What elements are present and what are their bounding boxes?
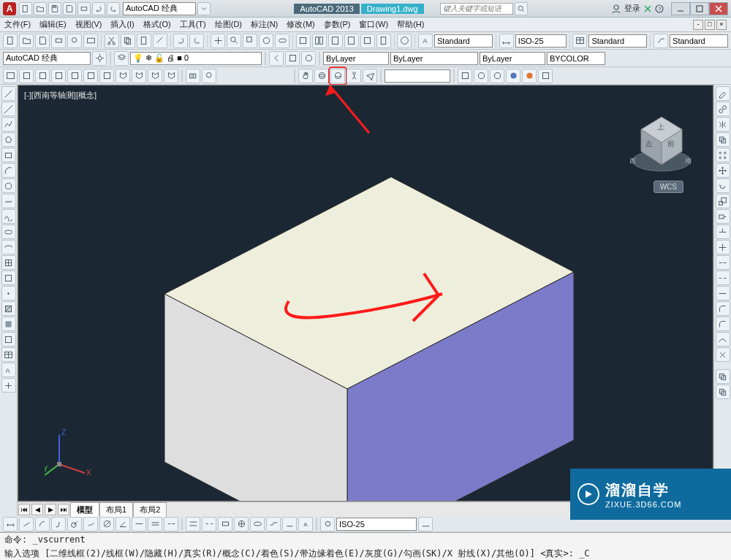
doc-close[interactable]: ×: [716, 20, 727, 30]
fly-icon[interactable]: [363, 69, 377, 83]
menu-param[interactable]: 参数(P): [324, 19, 351, 30]
zoom-realtime-icon[interactable]: [202, 69, 216, 83]
undo-icon[interactable]: [173, 34, 188, 48]
polyline-icon[interactable]: [1, 117, 16, 132]
circle-icon[interactable]: [1, 178, 16, 193]
view-back-icon[interactable]: [99, 69, 114, 83]
view-top-icon[interactable]: [19, 69, 34, 83]
fillet-icon[interactable]: [716, 317, 730, 331]
view-left-icon[interactable]: [51, 69, 66, 83]
array-icon[interactable]: [716, 148, 730, 162]
dim-linear-icon[interactable]: [3, 517, 18, 531]
draworder-icon[interactable]: [716, 369, 730, 384]
linetype-combo[interactable]: [390, 52, 478, 65]
move-icon[interactable]: [716, 163, 730, 178]
point-icon[interactable]: [1, 286, 16, 300]
center-mark-icon[interactable]: [234, 517, 249, 531]
new-icon[interactable]: [3, 34, 18, 48]
spline-icon[interactable]: [1, 209, 16, 224]
hatch-icon[interactable]: [1, 301, 16, 316]
save-icon[interactable]: [35, 34, 50, 48]
maximize-button[interactable]: [690, 2, 709, 15]
dim-arc-icon[interactable]: [35, 517, 50, 531]
extend-icon[interactable]: [716, 240, 730, 254]
new-icon[interactable]: [19, 2, 32, 15]
gear-icon[interactable]: [92, 51, 107, 66]
dim-radius-icon[interactable]: [67, 517, 82, 531]
ellipse-arc-icon[interactable]: [1, 240, 16, 254]
jog-line-icon[interactable]: [266, 517, 281, 531]
close-button[interactable]: [709, 2, 728, 15]
tablestyle-combo[interactable]: [588, 34, 647, 48]
help-icon[interactable]: ?: [655, 4, 664, 13]
polygon-icon[interactable]: [1, 132, 16, 147]
help-icon[interactable]: [397, 34, 412, 48]
gradient-icon[interactable]: [1, 317, 16, 331]
break-point-icon[interactable]: [716, 255, 730, 270]
lineweight-combo[interactable]: [480, 52, 545, 65]
textstyle-combo[interactable]: [434, 34, 493, 48]
erase-icon[interactable]: [716, 86, 730, 101]
dim-break-icon[interactable]: [202, 517, 216, 531]
command-window[interactable]: 命令: _vscurrent 输入选项 [二维线框(2)/线框(W)/隐藏(H)…: [0, 532, 731, 560]
sheet-set-icon[interactable]: [344, 34, 359, 48]
mleaderstyle-icon[interactable]: [654, 34, 668, 48]
match-icon[interactable]: [153, 34, 167, 48]
redo-icon[interactable]: [107, 2, 120, 15]
publish-icon[interactable]: [83, 34, 98, 48]
line-icon[interactable]: [1, 86, 16, 101]
view-right-icon[interactable]: [67, 69, 82, 83]
tab-layout2[interactable]: 布局2: [133, 502, 167, 517]
arc-icon[interactable]: [1, 163, 16, 178]
dim-update-icon[interactable]: [320, 517, 335, 531]
join-icon[interactable]: [716, 286, 730, 300]
minimize-button[interactable]: [671, 2, 690, 15]
trim-icon[interactable]: [716, 224, 730, 239]
blend-icon[interactable]: [716, 332, 730, 347]
open-icon[interactable]: [34, 2, 47, 15]
menu-view[interactable]: 视图(V): [75, 19, 102, 30]
menu-dimension[interactable]: 标注(N): [251, 19, 278, 30]
zoom-icon[interactable]: [227, 34, 241, 48]
view-ne-icon[interactable]: [148, 69, 162, 83]
markup-icon[interactable]: [360, 34, 375, 48]
mirror-icon[interactable]: [716, 117, 730, 132]
menu-tools[interactable]: 工具(T): [180, 19, 206, 30]
wcs-badge[interactable]: WCS: [654, 181, 683, 193]
undo-icon[interactable]: [92, 2, 105, 15]
paste-icon[interactable]: [137, 34, 151, 48]
vs-2dwire-icon[interactable]: [458, 69, 472, 83]
visualstyle-combo[interactable]: [385, 69, 450, 83]
scale-icon[interactable]: [716, 194, 730, 208]
plot-icon[interactable]: [77, 2, 91, 15]
addselected-icon[interactable]: [1, 378, 16, 393]
dim-style-mgr-icon[interactable]: [418, 517, 433, 531]
view-se-icon[interactable]: [132, 69, 146, 83]
mleaderstyle-combo[interactable]: [670, 34, 728, 48]
chamfer-icon[interactable]: [716, 301, 730, 316]
dimstyle-combo[interactable]: [515, 34, 567, 48]
tablestyle-icon[interactable]: [572, 34, 587, 48]
copy-obj-icon[interactable]: [716, 102, 730, 116]
cut-icon[interactable]: [105, 34, 119, 48]
tab-prev-icon[interactable]: ◀: [31, 504, 43, 515]
menu-modify[interactable]: 修改(M): [287, 19, 315, 30]
offset-icon[interactable]: [716, 132, 730, 147]
properties-icon[interactable]: [296, 34, 311, 48]
dim-style-combo-2[interactable]: [336, 518, 417, 531]
dim-quick-icon[interactable]: [132, 517, 146, 531]
exchange-icon[interactable]: [643, 4, 652, 13]
dropdown-icon[interactable]: [197, 2, 211, 15]
layer-manager-icon[interactable]: [114, 51, 129, 66]
explode-icon[interactable]: [716, 347, 730, 362]
view-sw-icon[interactable]: [115, 69, 130, 83]
tab-model[interactable]: 模型: [70, 502, 99, 517]
mtext-icon[interactable]: A: [1, 363, 16, 377]
dim-tedit-icon[interactable]: A: [298, 517, 313, 531]
app-logo[interactable]: A: [3, 2, 16, 15]
tab-first-icon[interactable]: ⏮: [18, 504, 30, 515]
layer-state-icon[interactable]: [285, 51, 300, 66]
save-icon[interactable]: [48, 2, 61, 15]
vs-conceptual-icon[interactable]: [522, 69, 537, 83]
revcloud-icon[interactable]: [1, 194, 16, 208]
